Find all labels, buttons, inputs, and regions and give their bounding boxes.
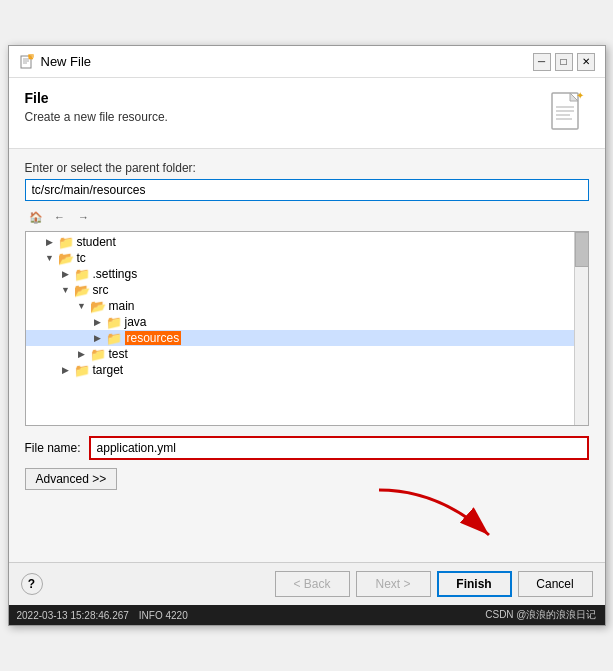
folder-icon-java: 📁: [106, 315, 122, 329]
toggle-target[interactable]: ▶: [58, 365, 74, 375]
help-button[interactable]: ?: [21, 573, 43, 595]
header-heading: File: [25, 90, 168, 106]
folder-icon-src: 📂: [74, 283, 90, 297]
red-arrow: [359, 480, 559, 550]
finish-button[interactable]: Finish: [437, 571, 512, 597]
close-button[interactable]: ✕: [577, 53, 595, 71]
tree-item-student[interactable]: ▶ 📁 student: [26, 234, 588, 250]
status-watermark: CSDN @浪浪的浪浪日记: [485, 608, 596, 622]
folder-icon-settings: 📁: [74, 267, 90, 281]
header-text: File Create a new file resource.: [25, 90, 168, 124]
tree-label-resources: resources: [125, 331, 182, 345]
tree-label-main: main: [109, 299, 135, 313]
scrollbar-thumb[interactable]: [575, 232, 589, 267]
title-bar: New File ─ □ ✕: [9, 46, 605, 78]
folder-icon-target: 📁: [74, 363, 90, 377]
next-button[interactable]: Next >: [356, 571, 431, 597]
toggle-src[interactable]: ▼: [58, 285, 74, 295]
dialog-title: New File: [41, 54, 527, 69]
file-name-label: File name:: [25, 441, 81, 455]
folder-icon-student: 📁: [58, 235, 74, 249]
footer-buttons: < Back Next > Finish Cancel: [275, 571, 593, 597]
status-timestamp: 2022-03-13 15:28:46.267: [17, 610, 129, 621]
toggle-tc[interactable]: ▼: [42, 253, 58, 263]
toggle-main[interactable]: ▼: [74, 301, 90, 311]
toggle-test[interactable]: ▶: [74, 349, 90, 359]
arrow-area: [25, 490, 589, 550]
tree-item-main[interactable]: ▼ 📂 main: [26, 298, 588, 314]
toggle-java[interactable]: ▶: [90, 317, 106, 327]
tree-item-tc[interactable]: ▼ 📂 tc: [26, 250, 588, 266]
tree-label-src: src: [93, 283, 109, 297]
status-bar: 2022-03-13 15:28:46.267 INFO 4220 CSDN @…: [9, 605, 605, 625]
folder-icon-tc: 📂: [58, 251, 74, 265]
header-description: Create a new file resource.: [25, 110, 168, 124]
nav-back-button[interactable]: ←: [49, 207, 71, 227]
nav-forward-button[interactable]: →: [73, 207, 95, 227]
folder-icon-resources: 📁: [106, 331, 122, 345]
tree-item-target[interactable]: ▶ 📁 target: [26, 362, 588, 378]
toggle-settings[interactable]: ▶: [58, 269, 74, 279]
tree-label-tc: tc: [77, 251, 86, 265]
header-file-icon: ✦: [549, 90, 589, 138]
tree-item-test[interactable]: ▶ 📁 test: [26, 346, 588, 362]
dialog-content: Enter or select the parent folder: 🏠 ← →…: [9, 149, 605, 562]
toggle-resources[interactable]: ▶: [90, 333, 106, 343]
maximize-button[interactable]: □: [555, 53, 573, 71]
folder-label: Enter or select the parent folder:: [25, 161, 589, 175]
title-bar-controls: ─ □ ✕: [533, 53, 595, 71]
svg-text:✦: ✦: [576, 91, 584, 101]
advanced-button[interactable]: Advanced >>: [25, 468, 118, 490]
toggle-student[interactable]: ▶: [42, 237, 58, 247]
tree-label-settings: .settings: [93, 267, 138, 281]
folder-icon-main: 📂: [90, 299, 106, 313]
folder-input[interactable]: [25, 179, 589, 201]
cancel-button[interactable]: Cancel: [518, 571, 593, 597]
tree-item-resources[interactable]: ▶ 📁 resources: [26, 330, 588, 346]
file-name-row: File name:: [25, 436, 589, 460]
nav-home-button[interactable]: 🏠: [25, 207, 47, 227]
status-info: INFO 4220: [139, 610, 188, 621]
tree-label-target: target: [93, 363, 124, 377]
scrollbar-track[interactable]: [574, 232, 588, 425]
back-button[interactable]: < Back: [275, 571, 350, 597]
folder-tree[interactable]: ▶ 📁 student ▼ 📂 tc ▶ 📁 .settings: [25, 231, 589, 426]
nav-bar: 🏠 ← →: [25, 207, 589, 227]
tree-label-student: student: [77, 235, 116, 249]
minimize-button[interactable]: ─: [533, 53, 551, 71]
tree-label-test: test: [109, 347, 128, 361]
dialog-footer: ? < Back Next > Finish Cancel: [9, 562, 605, 605]
dialog-icon: [19, 54, 35, 70]
tree-item-settings[interactable]: ▶ 📁 .settings: [26, 266, 588, 282]
file-name-input[interactable]: [89, 436, 589, 460]
tree-item-src[interactable]: ▼ 📂 src: [26, 282, 588, 298]
tree-label-java: java: [125, 315, 147, 329]
new-file-dialog: New File ─ □ ✕ File Create a new file re…: [8, 45, 606, 626]
folder-icon-test: 📁: [90, 347, 106, 361]
dialog-header: File Create a new file resource. ✦: [9, 78, 605, 149]
tree-item-java[interactable]: ▶ 📁 java: [26, 314, 588, 330]
footer-left: ?: [21, 573, 43, 595]
